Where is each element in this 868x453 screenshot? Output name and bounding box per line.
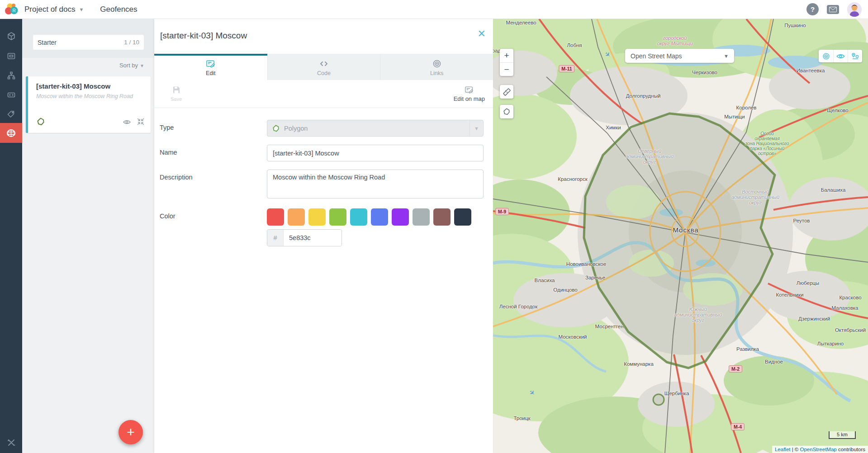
links-target-icon <box>432 59 441 68</box>
color-swatch[interactable] <box>329 208 346 226</box>
geofence-small-circle <box>653 394 664 405</box>
tab-edit-label: Edit <box>206 70 216 76</box>
project-name: Project of docs <box>24 5 75 14</box>
editor-header: [starter-kit-03] Moscow ✕ <box>154 19 493 54</box>
edit-icon <box>206 59 215 68</box>
cube-icon <box>7 32 16 41</box>
focus-on-map-icon[interactable] <box>137 118 144 127</box>
polygon-type-icon <box>272 124 280 132</box>
sort-by-dropdown[interactable]: Sort by▼ <box>119 62 144 69</box>
color-swatch[interactable] <box>350 208 367 226</box>
hex-color-input[interactable] <box>284 230 342 246</box>
polygon-badge-icon <box>36 117 45 128</box>
tag-icon <box>7 109 16 118</box>
save-icon <box>172 86 180 95</box>
geofence-title: [starter-kit-03] Moscow <box>36 82 110 90</box>
name-input[interactable] <box>267 145 484 161</box>
search-header: 1 / 10 <box>22 19 154 58</box>
visibility-toggle-icon[interactable] <box>833 50 848 62</box>
description-label: Description <box>160 170 267 200</box>
code-icon <box>319 59 329 68</box>
geofence-card-footer <box>36 118 144 127</box>
sidebar-item-hierarchy[interactable] <box>0 66 22 85</box>
geofence-list-item[interactable]: [starter-kit-03] Moscow Moscow within th… <box>26 76 151 133</box>
tab-links[interactable]: Links <box>380 54 493 80</box>
color-swatch[interactable] <box>392 208 409 226</box>
sidebar-item-devices[interactable] <box>0 26 22 46</box>
sidebar-item-tools[interactable] <box>0 433 22 453</box>
map-scale-bar: 5 km <box>829 431 856 439</box>
chevron-down-icon: ▼ <box>724 53 729 59</box>
sidebar-rail <box>0 19 22 453</box>
chevron-down-icon: ▼ <box>470 120 483 136</box>
tab-code-label: Code <box>317 70 331 76</box>
search-input[interactable] <box>33 39 110 46</box>
tab-code[interactable]: Code <box>267 54 380 80</box>
measure-ruler-button[interactable] <box>500 85 513 99</box>
color-swatch[interactable] <box>413 208 430 226</box>
color-swatch[interactable] <box>308 208 326 226</box>
zoom-out-button[interactable]: − <box>500 62 513 76</box>
name-label: Name <box>160 145 267 161</box>
visibility-eye-icon[interactable] <box>123 118 131 127</box>
zoom-in-button[interactable]: + <box>500 49 513 62</box>
color-swatch[interactable] <box>454 208 471 226</box>
editor-tabs: Edit Code Links <box>154 54 493 80</box>
map-base <box>493 19 868 453</box>
page-title: Geofences <box>100 5 137 14</box>
edit-on-map-icon <box>465 85 474 94</box>
search-box: 1 / 10 <box>33 35 144 50</box>
leaflet-link[interactable]: Leaflet <box>775 447 791 452</box>
target-toggle-icon[interactable] <box>819 50 833 62</box>
mail-icon[interactable] <box>827 5 839 14</box>
close-icon[interactable]: ✕ <box>478 29 486 39</box>
code-chip-icon <box>7 90 16 99</box>
tools-icon <box>7 438 16 447</box>
markers-toggle-icon[interactable] <box>848 50 862 62</box>
editor-title: [starter-kit-03] Moscow <box>160 31 247 41</box>
svg-text:R: R <box>12 8 15 13</box>
sidebar-item-geofences[interactable] <box>0 123 22 143</box>
geofence-editor-panel: [starter-kit-03] Moscow ✕ Edit Code Link… <box>154 19 493 453</box>
chevron-down-icon: ▼ <box>79 7 84 12</box>
chevron-down-icon: ▼ <box>140 63 144 68</box>
description-input[interactable]: Moscow within the Moscow Ring Road <box>267 170 484 198</box>
project-selector[interactable]: Project of docs ▼ <box>24 5 84 14</box>
map-canvas[interactable]: МенделеевоЗеленоградЛобняПушкиногородско… <box>493 19 868 453</box>
edit-on-map-label: Edit on map <box>454 95 485 102</box>
map-layer-select[interactable]: Open Street Maps ▼ <box>625 49 734 63</box>
type-label: Type <box>160 120 267 137</box>
color-swatch[interactable] <box>371 208 388 226</box>
add-geofence-button[interactable]: + <box>119 420 143 444</box>
topbar-actions: ? <box>806 2 862 17</box>
attribution-separator: | © <box>790 447 800 452</box>
sort-by-label: Sort by <box>119 62 138 69</box>
color-swatch[interactable] <box>267 208 284 226</box>
hierarchy-icon <box>7 71 16 80</box>
tab-links-label: Links <box>430 70 443 76</box>
color-swatch[interactable] <box>288 208 305 226</box>
color-label: Color <box>160 208 267 246</box>
app-logo-icon: R <box>5 2 19 17</box>
osm-link[interactable]: OpenStreetMap <box>800 447 837 452</box>
geofence-description: Moscow within the Moscow Ring Road <box>36 93 133 99</box>
edit-on-map-button[interactable]: Edit on map <box>454 85 485 102</box>
sidebar-item-code[interactable] <box>0 85 22 105</box>
color-swatch-grid: # <box>267 208 484 246</box>
sidebar-item-screen[interactable] <box>0 46 22 66</box>
type-select[interactable]: Polygon ▼ <box>267 120 484 137</box>
geofence-globe-icon <box>6 128 16 138</box>
save-label: Save <box>171 96 182 102</box>
help-icon[interactable]: ? <box>806 3 819 15</box>
tab-edit[interactable]: Edit <box>154 54 267 80</box>
hex-color-field: # <box>267 229 342 246</box>
sidebar-item-tags[interactable] <box>0 104 22 124</box>
screen-icon <box>7 52 16 61</box>
save-button[interactable]: Save <box>171 86 182 102</box>
geofence-form: Type Polygon ▼ Name Description Moscow w… <box>154 108 493 246</box>
user-avatar[interactable] <box>847 2 862 17</box>
geofence-list-panel: 1 / 10 Sort by▼ [starter-kit-03] Moscow … <box>22 19 154 453</box>
draw-polygon-button[interactable] <box>500 105 513 118</box>
type-value: Polygon <box>284 125 308 132</box>
color-swatch[interactable] <box>433 208 451 226</box>
